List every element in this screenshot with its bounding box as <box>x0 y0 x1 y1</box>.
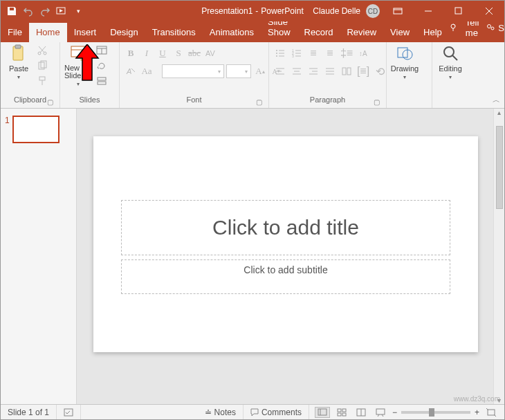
zoom-out-button[interactable]: − <box>392 408 397 417</box>
editing-button[interactable]: Editing ▾ <box>437 44 464 80</box>
group-paragraph-label: Paragraph <box>310 95 345 104</box>
change-case-button[interactable]: Aa <box>140 64 154 78</box>
redo-icon[interactable] <box>39 6 50 17</box>
copy-icon[interactable] <box>35 59 49 73</box>
share-label: Share <box>498 23 505 33</box>
paragraph-launcher-icon[interactable]: ▢ <box>372 98 380 107</box>
tab-review[interactable]: Review <box>340 23 383 42</box>
undo-icon[interactable] <box>23 6 34 17</box>
svg-rect-71 <box>342 413 346 416</box>
svg-rect-68 <box>338 409 341 412</box>
bullets-icon[interactable] <box>273 46 287 60</box>
drawing-label: Drawing <box>391 64 419 73</box>
clipboard-launcher-icon[interactable]: ▢ <box>46 98 54 107</box>
tab-help[interactable]: Help <box>416 23 449 42</box>
slide-thumbnails-pane: 1 <box>1 109 77 404</box>
slide-counter[interactable]: Slide 1 of 1 <box>1 405 57 419</box>
underline-button[interactable]: U <box>156 46 169 60</box>
cut-icon[interactable] <box>35 44 49 57</box>
tab-transitions[interactable]: Transitions <box>145 23 203 42</box>
document-name: Presentation1 <box>201 6 252 16</box>
maximize-button[interactable] <box>446 1 471 21</box>
thumbnail-1[interactable]: 1 <box>5 116 72 143</box>
justify-icon[interactable] <box>323 64 337 78</box>
decrease-indent-icon[interactable]: ≡ <box>306 46 320 60</box>
slide-canvas[interactable]: Click to add title Click to add subtitle <box>93 136 478 352</box>
tab-insert[interactable]: Insert <box>67 23 104 42</box>
vertical-scrollbar[interactable]: ▴ ▾ <box>493 109 504 404</box>
text-direction-icon[interactable]: ↕A <box>356 46 370 60</box>
paste-button[interactable]: Paste ▾ <box>5 44 33 80</box>
ribbon-display-options-icon[interactable] <box>385 1 410 21</box>
comments-button[interactable]: Comments <box>244 405 309 419</box>
scroll-up-icon[interactable]: ▴ <box>497 109 501 116</box>
tell-me-icon[interactable] <box>449 23 459 33</box>
svg-rect-59 <box>342 68 346 75</box>
tab-home[interactable]: Home <box>29 23 67 42</box>
start-from-beginning-icon[interactable] <box>56 6 67 17</box>
zoom-slider[interactable] <box>401 411 470 414</box>
font-size-combo[interactable]: ▾ <box>226 64 251 78</box>
fit-to-window-icon[interactable] <box>484 407 499 418</box>
qat-dropdown-icon[interactable]: ▾ <box>73 6 84 17</box>
zoom-slider-handle[interactable] <box>429 408 434 417</box>
align-right-icon[interactable] <box>306 64 320 78</box>
ribbon-tabs: File Home Insert Design Transitions Anim… <box>1 21 504 42</box>
notes-button[interactable]: ≐ Notes <box>198 405 244 419</box>
font-launcher-icon[interactable]: ▢ <box>255 98 263 107</box>
strikethrough-button[interactable]: abc <box>187 46 201 60</box>
subtitle-placeholder[interactable]: Click to add subtitle <box>121 259 450 294</box>
annotation-arrow <box>73 44 101 84</box>
thumbnail-preview <box>12 116 59 143</box>
svg-rect-66 <box>318 409 327 415</box>
reading-view-icon[interactable] <box>354 407 369 418</box>
tab-animations[interactable]: Animations <box>203 23 261 42</box>
minimize-button[interactable] <box>416 1 441 21</box>
normal-view-icon[interactable] <box>315 407 330 418</box>
share-button[interactable]: Share <box>486 23 505 33</box>
comments-icon <box>250 408 259 417</box>
bold-button[interactable]: B <box>124 46 138 60</box>
collapse-ribbon-icon[interactable]: ︿ <box>493 95 500 105</box>
line-spacing-icon[interactable]: ‡≡ <box>340 46 354 60</box>
title-placeholder[interactable]: Click to add title <box>121 200 450 255</box>
clear-formatting-icon[interactable]: A <box>124 64 138 78</box>
svg-text:A: A <box>126 67 131 75</box>
spellcheck-button[interactable] <box>57 405 81 419</box>
font-family-combo[interactable]: ▾ <box>162 64 224 78</box>
zoom-in-button[interactable]: + <box>475 408 479 417</box>
align-left-icon[interactable] <box>273 64 287 78</box>
svg-line-64 <box>452 55 457 60</box>
drawing-button[interactable]: Drawing ▾ <box>391 44 419 80</box>
close-button[interactable] <box>477 1 502 21</box>
numbering-icon[interactable]: 123 <box>290 46 304 60</box>
group-clipboard-label: Clipboard <box>14 95 46 104</box>
user-avatar[interactable]: CD <box>366 4 380 18</box>
increase-font-size-button[interactable]: A▴ <box>253 64 267 78</box>
user-name[interactable]: Claude Delle <box>313 6 360 16</box>
shadow-button[interactable]: S <box>172 46 185 60</box>
save-icon[interactable] <box>6 6 17 17</box>
title-bar: ▾ Presentation1 - PowerPoint Claude Dell… <box>1 1 504 21</box>
slideshow-view-icon[interactable] <box>373 407 388 418</box>
format-painter-icon[interactable] <box>35 74 49 88</box>
align-text-icon[interactable]: [≡] <box>356 64 370 78</box>
columns-icon[interactable] <box>340 64 354 78</box>
svg-rect-19 <box>39 77 45 80</box>
align-center-icon[interactable] <box>290 64 304 78</box>
tab-file[interactable]: File <box>1 23 29 42</box>
scrollbar-thumb[interactable] <box>496 126 503 209</box>
chevron-down-icon: ▾ <box>17 74 20 80</box>
italic-button[interactable]: I <box>140 46 154 60</box>
svg-point-63 <box>444 47 454 57</box>
tab-record[interactable]: Record <box>297 23 340 42</box>
svg-rect-4 <box>455 8 461 14</box>
increase-indent-icon[interactable]: ≡ <box>323 46 337 60</box>
group-clipboard: Paste ▾ Clipboard▢ <box>1 42 60 108</box>
tab-design[interactable]: Design <box>103 23 145 42</box>
slide-sorter-view-icon[interactable] <box>334 407 349 418</box>
smartart-icon[interactable]: ⟲ <box>373 64 387 78</box>
character-spacing-button[interactable]: AV <box>203 46 217 60</box>
svg-rect-77 <box>488 410 495 415</box>
tab-view[interactable]: View <box>383 23 416 42</box>
